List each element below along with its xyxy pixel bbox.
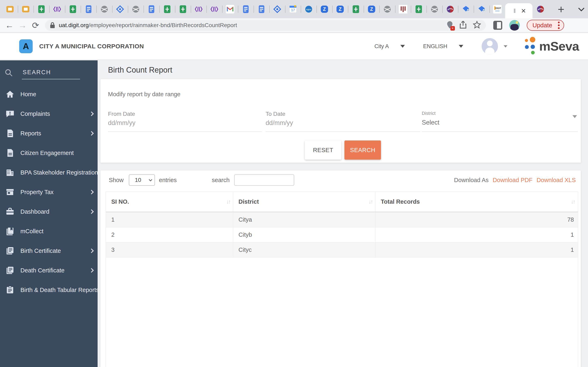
sidebar-item-bpa-stakeholder-registration[interactable]: BPA Stakeholder Registration [0,163,98,182]
browser-tab[interactable] [207,3,222,15]
sort-icon[interactable]: ↓↑ [571,199,575,205]
location-blocked-icon[interactable]: × [446,21,453,30]
municipal-logo: A [19,39,33,53]
sidebar-item-citizen-engagement[interactable]: Citizen Engagement [0,143,98,163]
browser-tab[interactable] [2,3,18,15]
complaint-icon [5,109,15,118]
sidebar-item-reports[interactable]: Reports [0,124,98,143]
back-button[interactable]: ← [3,20,16,30]
address-bar[interactable]: uat.digit.org/employee/report/rainmaker-… [45,20,486,31]
sidebar-item-complaints[interactable]: Complaints [0,104,98,124]
browser-tab[interactable] [81,3,96,15]
column-header-district[interactable]: District↓↑ [233,192,375,212]
active-tab[interactable]: × [505,3,532,18]
browser-tab[interactable] [426,3,442,15]
browser-tab[interactable] [474,3,489,15]
browser-profile-avatar[interactable] [509,20,520,31]
browser-tab[interactable] [238,3,254,15]
table-row: 2Cityb1 [106,227,578,242]
browser-tab[interactable] [442,3,458,15]
share-icon[interactable] [459,21,467,30]
browser-tab[interactable] [269,3,285,15]
browser-tab[interactable]: Z [316,3,332,15]
table-search-label: search [212,177,230,184]
language-selector[interactable]: ENGLISH [423,43,463,50]
doc-blue-icon [147,5,156,13]
browser-tab[interactable]: 17 [285,3,301,15]
sidebar-item-label: Citizen Engagement [20,150,74,156]
browser-tab[interactable] [191,3,207,15]
calendar-17-icon: 17 [289,5,297,13]
new-tab-button[interactable]: + [554,3,568,16]
chevron-down-icon [149,178,152,181]
certificate-icon [5,246,15,256]
chevron-down-icon[interactable] [504,45,507,48]
browser-tab[interactable] [34,3,49,15]
browser-tab[interactable]: Z [332,3,348,15]
browser-tab[interactable] [112,3,128,15]
tab-overflow-button[interactable] [578,0,583,18]
home-icon [5,90,15,99]
district-select[interactable]: District Select [422,111,578,132]
to-date-input[interactable] [266,117,405,131]
sort-icon[interactable]: ↓↑ [369,199,372,205]
browser-tab[interactable] [49,3,65,15]
city-selector[interactable]: City A [374,43,405,50]
sidebar-item-dashboard[interactable]: Dashboard [0,202,98,221]
side-panel-icon[interactable] [493,21,502,30]
swirl-icon [446,5,454,13]
browser-tab[interactable] [532,3,548,15]
browser-tab[interactable] [159,3,175,15]
user-avatar[interactable] [482,38,498,54]
sidebar-item-mcollect[interactable]: mCollect [0,221,98,241]
browser-tab[interactable] [175,3,191,15]
sidebar-item-property-tax[interactable]: Property Tax [0,182,98,202]
browser-tab[interactable] [18,3,34,15]
close-tab-icon[interactable]: × [521,7,526,15]
mseva-dots-icon [524,36,539,56]
browser-tab[interactable] [144,3,159,15]
forward-button[interactable]: → [16,20,29,30]
from-date-input[interactable] [108,117,246,131]
browser-tab[interactable] [348,3,364,15]
sort-icon[interactable]: ↓↑ [226,199,230,205]
sidebar-item-label: Property Tax [20,189,53,196]
bookmark-star-icon[interactable] [473,21,481,30]
browser-tab[interactable] [222,3,238,15]
sidebar-search-input[interactable] [22,68,80,79]
browser-tab[interactable] [458,3,474,15]
search-button[interactable]: SEARCH [345,141,381,160]
sidebar-item-label: Dashboard [20,208,49,215]
download-pdf-link[interactable]: Download PDF [493,177,532,184]
column-header-total-records[interactable]: Total Records↓↑ [375,192,578,212]
browser-tab[interactable]: DIGIT [489,3,505,15]
reset-button[interactable]: RESET [305,141,341,160]
mseva-logo: mSeva [524,36,579,56]
book-blue-icon [462,5,470,13]
table-search-input[interactable] [234,174,294,186]
chrome-update-button[interactable]: Update [527,20,564,31]
sidebar-item-death-certificate[interactable]: Death Certificate [0,261,98,280]
browser-tab[interactable] [254,3,269,15]
sidebar-item-home[interactable]: Home [0,84,98,104]
browser-tab[interactable]: egov [301,3,316,15]
browser-tab[interactable] [96,3,112,15]
browser-tab[interactable]: Z [364,3,379,15]
browser-tab[interactable] [395,3,411,15]
page-size-select[interactable]: 10 [129,174,155,186]
column-header-si-no-[interactable]: SI NO.↓↑ [106,192,233,212]
download-xls-link[interactable]: Download XLS [536,177,576,184]
sidebar-item-birth-death-tabular-reports[interactable]: Birth & Death Tabular Reports [0,280,98,300]
browser-menu-icon[interactable] [556,22,562,29]
browser-tab[interactable] [379,3,395,15]
chevron-right-icon [89,209,94,214]
gmail-icon [226,5,234,13]
globe-gray-icon [131,5,140,13]
sidebar-item-birth-certificate[interactable]: Birth Certificate [0,241,98,261]
browser-tab[interactable] [411,3,426,15]
browser-tab[interactable] [65,3,81,15]
reload-button[interactable]: ⟳ [29,20,42,30]
to-date-label: To Date [266,111,420,117]
browser-tab[interactable] [128,3,144,15]
folder-yellow-icon [6,5,14,13]
